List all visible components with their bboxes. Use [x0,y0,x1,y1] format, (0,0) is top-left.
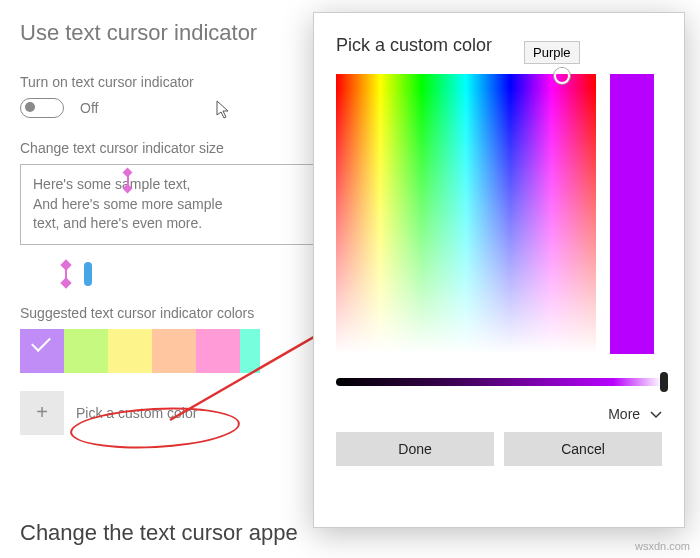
dialog-title: Pick a custom color [336,35,662,56]
color-swatch[interactable] [108,329,152,373]
size-label: Change text cursor indicator size [20,140,320,156]
settings-panel: Use text cursor indicator Turn on text c… [20,20,320,435]
sample-line: And here's some more sample [33,196,222,212]
color-picker-dialog: Pick a custom color Purple More Done Can… [313,12,685,528]
sample-line: Here's some sample text, [33,176,191,192]
sample-text-box: Here's some sample text, And here's some… [20,164,320,245]
color-swatch[interactable] [240,329,260,373]
color-tooltip: Purple [524,41,580,64]
mouse-cursor-icon [216,100,232,120]
cursor-size-icon [60,261,72,287]
section-heading: Use text cursor indicator [20,20,320,46]
size-slider[interactable] [60,261,320,287]
cursor-indicator-toggle[interactable] [20,98,64,118]
add-custom-color-button[interactable]: + [20,391,64,435]
watermark: wsxdn.com [635,540,690,552]
color-swatch[interactable] [196,329,240,373]
chevron-down-icon [650,406,662,422]
check-icon [31,332,51,352]
luminance-slider[interactable] [336,378,662,386]
done-button[interactable]: Done [336,432,494,466]
color-swatch[interactable] [64,329,108,373]
cancel-button[interactable]: Cancel [504,432,662,466]
toggle-label: Turn on text cursor indicator [20,74,320,90]
next-section-heading: Change the text cursor appe [20,520,298,546]
more-toggle[interactable]: More [336,406,662,422]
color-swatches [20,329,320,373]
more-label: More [608,406,640,422]
sample-line: text, and here's even more. [33,215,202,231]
toggle-state-text: Off [80,100,98,116]
plus-icon: + [36,401,48,424]
color-preview-strip [610,74,654,354]
hue-saturation-picker[interactable] [336,74,596,354]
color-swatch[interactable] [152,329,196,373]
picker-handle[interactable] [554,68,570,84]
suggested-colors-label: Suggested text cursor indicator colors [20,305,320,321]
slider-thumb[interactable] [84,262,92,286]
color-swatch[interactable] [20,329,64,373]
luminance-thumb[interactable] [660,372,668,392]
